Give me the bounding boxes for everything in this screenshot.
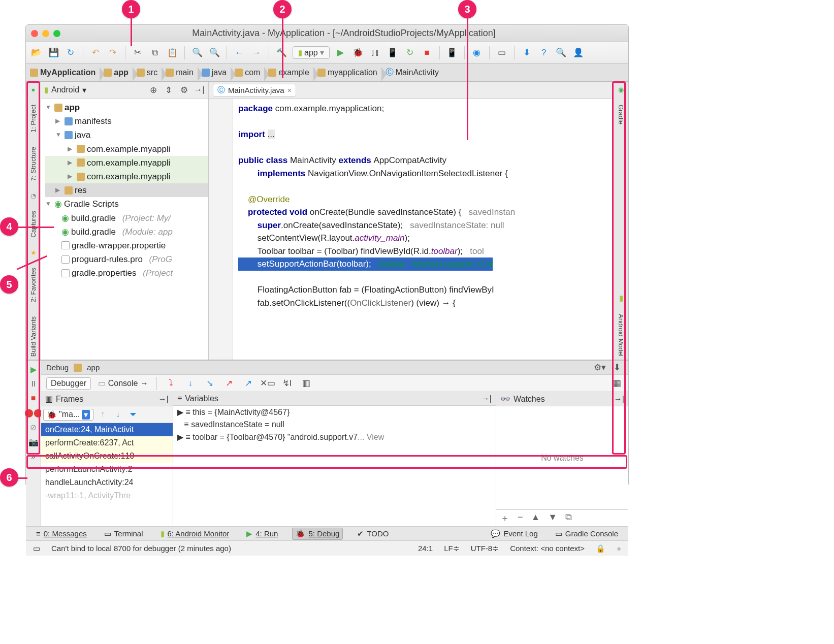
tree-gp[interactable]: gradle.properties (Project: [45, 266, 208, 280]
bt-gradle-console[interactable]: ▭ Gradle Console: [552, 528, 621, 539]
stop-icon[interactable]: ■: [421, 47, 433, 59]
tree-res[interactable]: ▶res: [45, 183, 208, 197]
crumb-com[interactable]: com: [231, 66, 264, 79]
variables-list[interactable]: ▶ ≡ this = {MainActivity@4567} ≡ savedIn…: [173, 406, 496, 443]
copy-icon[interactable]: ⧉: [149, 47, 161, 59]
bt-debug[interactable]: 🐞 5: Debug: [292, 528, 343, 540]
editor-tab-mainactivity[interactable]: Ⓒ MainActivity.java ×: [213, 84, 296, 96]
debug-icon[interactable]: 🐞: [352, 47, 364, 59]
breakpoints-icon[interactable]: ⬤⬤: [24, 408, 43, 417]
nav-fwd-icon[interactable]: →: [250, 47, 263, 59]
project-view-selector[interactable]: Android▾: [51, 85, 86, 95]
paste-icon[interactable]: 📋: [166, 47, 178, 59]
status-caret-pos[interactable]: 24:1: [418, 544, 433, 553]
watch-add-icon[interactable]: ＋: [500, 512, 509, 524]
frame-filter-icon[interactable]: ⏷: [127, 408, 139, 421]
var-row[interactable]: ▶ ≡ this = {MainActivity@4567}: [173, 406, 496, 418]
find-icon[interactable]: 🔍: [191, 47, 203, 59]
crumb-src[interactable]: src: [133, 66, 162, 79]
bt-android-monitor[interactable]: ▮ 6: Android Monitor: [157, 528, 233, 539]
tree-pkg2[interactable]: ▶com.example.myappli: [45, 156, 208, 170]
var-row[interactable]: ≡ savedInstanceState = null: [173, 418, 496, 431]
vars-maximize-icon[interactable]: →|: [482, 394, 492, 403]
project-tree[interactable]: ▼app ▶manifests ▼java ▶com.example.myapp…: [41, 99, 208, 282]
frame-row[interactable]: handleLaunchActivity:24: [41, 476, 173, 489]
gear-icon[interactable]: ⚙: [178, 84, 190, 96]
tree-gwp[interactable]: gradle-wrapper.propertie: [45, 239, 208, 252]
tab-captures[interactable]: Captures: [28, 208, 38, 241]
user-icon[interactable]: 👤: [572, 47, 585, 59]
bt-event-log[interactable]: 💬 Event Log: [488, 528, 541, 539]
help-icon[interactable]: ?: [538, 47, 550, 59]
search-icon[interactable]: 🔍: [555, 47, 567, 59]
step-over-icon[interactable]: ⤵: [165, 377, 177, 390]
apply-changes-icon[interactable]: ↻: [404, 47, 416, 59]
frame-row[interactable]: performLaunchActivity:2: [41, 463, 173, 476]
run-to-icon[interactable]: ↗: [242, 377, 254, 390]
watch-down-icon[interactable]: ▼: [548, 512, 557, 524]
profile-icon[interactable]: ⫿⫿: [369, 47, 381, 59]
close-tab-icon[interactable]: ×: [287, 86, 292, 94]
layout-settings-icon[interactable]: ▦: [611, 377, 623, 390]
crumb-package[interactable]: myapplication: [313, 66, 381, 79]
download-icon[interactable]: ⬇: [521, 47, 533, 59]
stop2-icon[interactable]: ■: [31, 394, 36, 403]
tab-favorites[interactable]: 2: Favorites: [28, 265, 38, 305]
more-icon[interactable]: »: [31, 452, 36, 461]
window-close-icon[interactable]: [31, 30, 38, 37]
bt-terminal[interactable]: ▭ Terminal: [101, 528, 146, 539]
camera-icon[interactable]: 📷: [28, 437, 39, 447]
replace-icon[interactable]: 🔍: [208, 47, 220, 59]
download2-icon[interactable]: ⬇: [611, 362, 623, 374]
frame-row[interactable]: onCreate:24, MainActivit: [41, 423, 173, 436]
build-icon[interactable]: 🔨: [275, 47, 287, 59]
mute-bp-icon[interactable]: ⊘: [30, 423, 37, 432]
crumb-project[interactable]: MyApplication: [26, 66, 100, 79]
frame-row[interactable]: callActivityOnCreate:110: [41, 449, 173, 463]
code-editor[interactable]: package com.example.myapplication; impor…: [209, 99, 613, 360]
gear-icon[interactable]: ⚙▾: [594, 362, 606, 374]
sdk-icon[interactable]: ◉: [471, 47, 483, 59]
crumb-example[interactable]: example: [264, 66, 313, 79]
run-config-popup[interactable]: ▮ app ▾: [293, 46, 330, 59]
save-icon[interactable]: 💾: [47, 47, 59, 59]
crumb-class[interactable]: ⒸMainActivity: [381, 65, 443, 80]
code-content[interactable]: package com.example.myapplication; impor…: [233, 99, 613, 360]
tab-gradle[interactable]: Gradle: [616, 102, 626, 127]
watch-copy-icon[interactable]: ⧉: [565, 512, 572, 524]
crumb-module[interactable]: app: [100, 66, 132, 79]
debug-tab-console[interactable]: ▭ Console →: [98, 378, 148, 388]
status-encoding[interactable]: UTF-8≑: [471, 544, 499, 553]
pause-icon[interactable]: ⏸: [29, 379, 38, 389]
eval-icon[interactable]: ↯I: [281, 377, 293, 390]
force-into-icon[interactable]: ↘: [204, 377, 216, 390]
tree-pkg3[interactable]: ▶com.example.myappli: [45, 170, 208, 183]
calc-icon[interactable]: ▥: [300, 377, 312, 390]
window-minimize-icon[interactable]: [42, 30, 49, 37]
collapse-icon[interactable]: ⇕: [163, 84, 175, 96]
tree-bg2[interactable]: ◉build.gradle (Module: app: [45, 225, 208, 239]
hide-icon[interactable]: →|: [193, 84, 205, 96]
watch-remove-icon[interactable]: −: [518, 512, 523, 524]
bt-messages[interactable]: ≡ 0: Messages: [33, 528, 90, 539]
nav-back-icon[interactable]: ←: [233, 47, 245, 59]
frame-up-icon[interactable]: ↑: [97, 408, 109, 421]
var-row[interactable]: ▶ ≡ toolbar = {Toolbar@4570} "android.su…: [173, 431, 496, 443]
layout-icon[interactable]: ▭: [496, 47, 508, 59]
debug-tab-debugger[interactable]: Debugger: [46, 377, 91, 390]
tree-manifests[interactable]: ▶manifests: [45, 114, 208, 128]
tree-pg[interactable]: proguard-rules.pro (ProG: [45, 252, 208, 266]
run-icon[interactable]: ▶: [335, 47, 347, 59]
status-lock-icon[interactable]: 🔒: [596, 544, 605, 553]
crumb-main[interactable]: main: [162, 66, 198, 79]
open-icon[interactable]: 📂: [30, 47, 42, 59]
frames-list[interactable]: onCreate:24, MainActivit performCreate:6…: [41, 423, 173, 502]
tab-build-variants[interactable]: Build Variants: [28, 313, 38, 360]
tree-java[interactable]: ▼java: [45, 128, 208, 142]
sync-icon[interactable]: ↻: [65, 47, 77, 59]
watch-up-icon[interactable]: ▲: [531, 512, 540, 524]
status-line-sep[interactable]: LF≑: [444, 544, 460, 553]
watches-maximize-icon[interactable]: →|: [614, 395, 624, 404]
step-out-icon[interactable]: ↗: [223, 377, 235, 390]
tab-structure[interactable]: 7: Structure: [28, 144, 38, 184]
